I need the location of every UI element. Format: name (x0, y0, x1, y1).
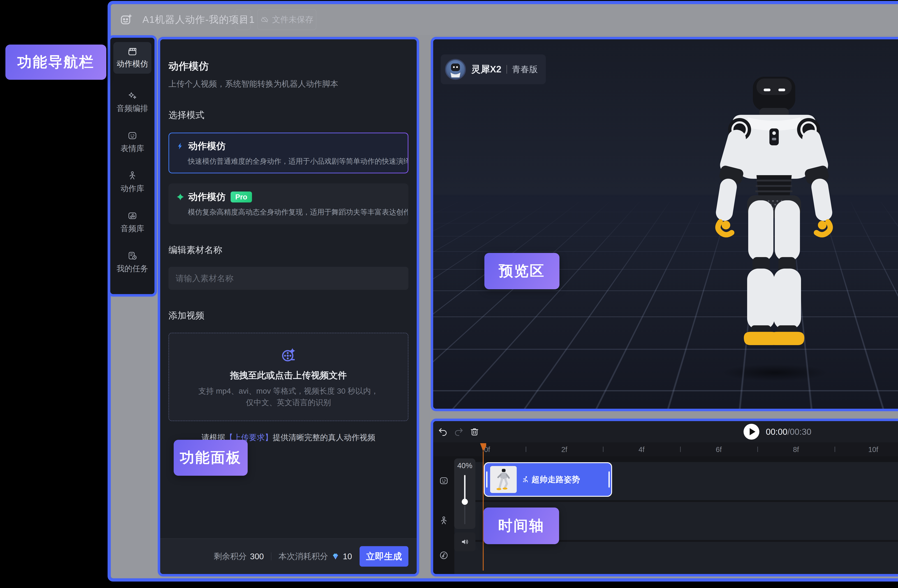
cost-credits-label: 本次消耗积分 (278, 551, 328, 562)
preview-area: 灵犀X2 青春版 Z Y (431, 37, 898, 411)
function-panel: 动作模仿 上传个人视频，系统智能转换为机器人动作脚本 选择模式 动作模仿 快速模… (158, 37, 419, 577)
clip-name: 超帅走路姿势 (531, 474, 580, 485)
ruler-label: 6f (716, 446, 722, 454)
bolt-icon (176, 142, 184, 150)
panel-title: 动作模仿 (168, 39, 408, 73)
clip-trim-handle-right[interactable] (609, 471, 610, 488)
sidebar-item-audio-library[interactable]: 音频库 (120, 211, 144, 234)
mode-description: 模仿复杂高精度高动态全身动作复现，适用于舞蹈功夫等丰富表达创作表演 (188, 207, 400, 217)
volume-value: 40% (454, 461, 475, 470)
sidebar-item-motion-library[interactable]: 动作库 (120, 171, 144, 194)
panel-footer: 剩余积分 300 本次消耗积分 10 立即生成 (160, 539, 417, 574)
timeline-toolbar: 00:00 / 00:30 (433, 421, 898, 443)
audio-track-lane[interactable] (454, 542, 898, 577)
mode-description: 快速模仿普通难度的全身动作，适用于小品戏剧等简单动作的快速演绎 (188, 156, 400, 166)
badge-divider (506, 65, 507, 74)
sparkle-icon (176, 193, 184, 201)
gem-icon (331, 552, 340, 560)
upload-hint-line2: 仅中文、英文语言的识别 (246, 397, 331, 408)
cost-credits-value: 10 (343, 551, 352, 561)
mute-button[interactable] (454, 533, 475, 551)
ruler-label: 8f (793, 446, 799, 454)
humanoid-robot-model[interactable] (693, 75, 855, 374)
material-name-section-label: 编辑素材名称 (168, 244, 408, 256)
volume-track-rest (464, 506, 465, 524)
robot-model-name: 灵犀X2 (471, 63, 501, 75)
robot-model-edition: 青春版 (512, 64, 538, 75)
clip-thumbnail (490, 466, 517, 493)
annotated-screenshot-canvas: A1机器人动作-我的项目1 文件未保存 合成并保存 (0, 0, 898, 588)
timeline-ruler[interactable]: 0f 2f 4f 6f 8f 10f 12f 14f 16f (433, 442, 898, 456)
timeline-panel: 00:00 / 00:30 0f 2 (431, 419, 898, 577)
time-separator: / (787, 427, 790, 437)
motion-track-icon[interactable] (439, 516, 449, 525)
volume-slider-knob[interactable] (462, 499, 468, 505)
sidebar-item-my-tasks[interactable]: 我的任务 (117, 251, 148, 274)
mode-card-standard[interactable]: 动作模仿 快速模仿普通难度的全身动作，适用于小品戏剧等简单动作的快速演绎 (168, 132, 408, 173)
sidebar-item-label: 动作模仿 (117, 58, 148, 69)
time-display: 00:00 / 00:30 (766, 421, 812, 442)
mode-name: 动作模仿 (188, 191, 226, 203)
sidebar-item-label: 表情库 (120, 143, 144, 154)
sparkles-icon (127, 91, 137, 101)
note-suffix: 提供清晰完整的真人动作视频 (273, 433, 375, 442)
audio-track-icon[interactable] (439, 551, 449, 560)
ruler-tick (757, 446, 758, 452)
sidebar-item-label: 音频编排 (117, 103, 148, 114)
annotation-label-nav-bar: 功能导航栏 (5, 45, 106, 80)
upload-hint-line1: 支持 mp4、avi、mov 等格式，视频长度 30 秒以内， (198, 386, 378, 396)
panel-subtitle: 上传个人视频，系统智能转换为机器人动作脚本 (168, 79, 408, 89)
audio-card-icon (127, 211, 137, 221)
ruler-label: 10f (868, 446, 878, 454)
undo-button[interactable] (438, 427, 448, 437)
volume-track-filled (464, 475, 466, 499)
sidebar-item-label: 动作库 (120, 183, 144, 194)
mode-card-pro[interactable]: 动作模仿 Pro 模仿复杂高精度高动态全身动作复现，适用于舞蹈功夫等丰富表达创作… (168, 183, 408, 224)
preview-3d-scene[interactable] (433, 39, 898, 409)
video-upload-dropzone[interactable]: 拖拽至此或点击上传视频文件 支持 mp4、avi、mov 等格式，视频长度 30… (168, 333, 408, 421)
ruler-tick (603, 446, 603, 452)
current-time: 00:00 (766, 427, 787, 437)
task-list-icon (127, 251, 137, 261)
clip-trim-handle-left[interactable] (486, 471, 487, 488)
robot-model-badge: 灵犀X2 青春版 (441, 54, 546, 84)
sidebar-item-expression-library[interactable]: 表情库 (120, 131, 144, 154)
annotation-label-preview-area: 预览区 (484, 253, 560, 289)
redo-button[interactable] (454, 427, 464, 437)
mode-section-label: 选择模式 (168, 109, 408, 121)
ruler-label: 4f (638, 446, 644, 454)
robot-face-icon (127, 131, 137, 141)
runner-icon (521, 476, 529, 483)
ruler-label: 2f (561, 446, 567, 454)
mode-name: 动作模仿 (188, 140, 226, 152)
sidebar-item-motion-imitation[interactable]: 动作模仿 (113, 42, 151, 74)
generate-button[interactable]: 立即生成 (360, 546, 408, 566)
sidebar-item-label: 我的任务 (117, 263, 148, 274)
sidebar-item-audio-arrange[interactable]: 音频编排 (117, 91, 148, 114)
clapperboard-icon (127, 47, 137, 57)
sidebar-item-label: 音频库 (120, 223, 144, 234)
upload-title: 拖拽至此或点击上传视频文件 (230, 369, 347, 382)
play-button[interactable] (744, 424, 760, 440)
total-time: 00:30 (790, 427, 811, 437)
footer-divider (271, 553, 271, 560)
pro-badge: Pro (231, 191, 252, 202)
delete-button[interactable] (469, 427, 480, 437)
remaining-credits-value: 300 (250, 551, 264, 561)
annotation-label-function-panel: 功能面板 (174, 440, 248, 476)
ruler-tick (680, 446, 681, 452)
volume-panel: 40% (454, 459, 475, 529)
playhead[interactable] (480, 443, 486, 452)
speaker-icon (460, 537, 469, 546)
robot-reflection (693, 374, 855, 411)
motion-clip[interactable]: 超帅走路姿势 (484, 462, 612, 497)
person-icon (127, 171, 137, 181)
add-video-section-label: 添加视频 (168, 309, 408, 322)
ruler-tick (835, 446, 835, 452)
expression-track-icon[interactable] (439, 476, 449, 486)
credits-summary: 剩余积分 300 本次消耗积分 10 (214, 551, 352, 562)
material-name-input[interactable] (168, 267, 408, 290)
remaining-credits-label: 剩余积分 (214, 551, 247, 562)
film-upload-icon (280, 346, 297, 363)
function-nav-sidebar: 动作模仿 音频编排 表情库 动作库 (108, 35, 157, 297)
